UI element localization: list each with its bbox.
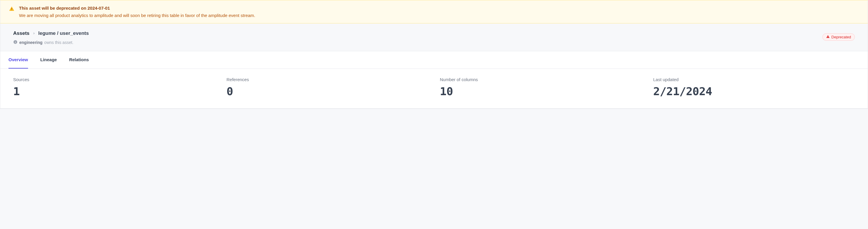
deprecation-banner: This asset will be deprecated on 2024-07…: [0, 0, 868, 23]
breadcrumb: Assets legume / user_events: [13, 30, 823, 36]
stat-last-updated: Last updated 2/21/2024: [653, 77, 855, 98]
tab-overview[interactable]: Overview: [8, 51, 28, 68]
owner-info: engineering owns this asset.: [13, 40, 823, 45]
tab-lineage[interactable]: Lineage: [40, 51, 57, 68]
stat-references: References 0: [227, 77, 429, 98]
info-icon: [13, 40, 18, 45]
stat-label: Sources: [13, 77, 215, 82]
banner-description: We are moving all product analytics to a…: [19, 13, 859, 18]
stat-value: 0: [227, 85, 429, 98]
stat-columns: Number of columns 10: [440, 77, 642, 98]
breadcrumb-path: legume / user_events: [38, 30, 89, 36]
stat-sources: Sources 1: [13, 77, 215, 98]
stat-label: References: [227, 77, 429, 82]
warning-icon: [826, 35, 830, 39]
tabs: Overview Lineage Relations: [0, 51, 868, 69]
stat-value: 2/21/2024: [653, 85, 855, 98]
tab-relations[interactable]: Relations: [69, 51, 89, 68]
warning-icon: [9, 6, 14, 12]
owner-suffix: owns this asset.: [44, 40, 73, 45]
stats-panel: Sources 1 References 0 Number of columns…: [0, 69, 868, 109]
asset-header: Assets legume / user_events engineering …: [0, 23, 868, 51]
chevron-right-icon: [32, 30, 35, 36]
deprecated-badge: Deprecated: [823, 33, 855, 41]
stat-value: 10: [440, 85, 642, 98]
owner-name: engineering: [19, 40, 42, 45]
banner-title: This asset will be deprecated on 2024-07…: [19, 5, 859, 10]
badge-label: Deprecated: [832, 35, 851, 39]
stat-label: Number of columns: [440, 77, 642, 82]
stat-label: Last updated: [653, 77, 855, 82]
stat-value: 1: [13, 85, 215, 98]
breadcrumb-root[interactable]: Assets: [13, 30, 30, 36]
